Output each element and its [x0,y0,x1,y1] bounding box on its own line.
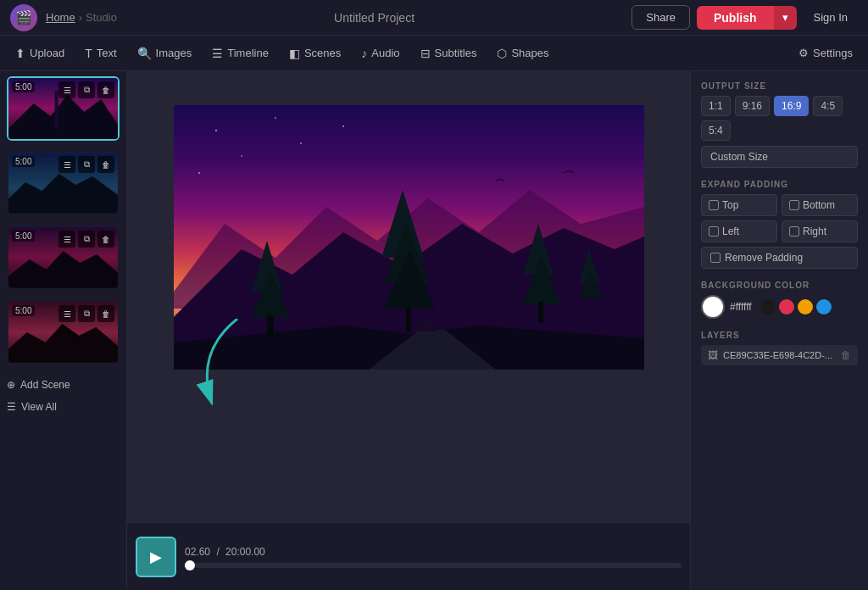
svg-rect-27 [420,321,437,331]
size-4-5[interactable]: 4:5 [813,96,843,116]
shapes-icon: ⬡ [497,47,507,60]
swatch-red[interactable] [779,299,794,314]
timeline-icon: ☰ [212,47,223,60]
size-16-9[interactable]: 16:9 [774,96,809,116]
timeline-bar[interactable] [185,563,682,568]
svg-point-32 [300,142,302,144]
canvas-area[interactable] [127,71,690,522]
color-preview[interactable] [701,295,725,319]
scene-menu-1[interactable]: ☰ [58,81,75,98]
padding-left-button[interactable]: Left [701,220,777,242]
scene-copy-4[interactable]: ⧉ [78,305,95,322]
scene-item-3[interactable]: 5:00 ☰ ⧉ 🗑 [7,225,120,290]
publish-dropdown-button[interactable]: ▾ [774,6,797,30]
scene-menu-2[interactable]: ☰ [58,156,75,173]
scenes-button[interactable]: ◧ Scenes [281,42,349,64]
signin-button[interactable]: Sign In [804,6,858,29]
padding-right-button[interactable]: Right [782,220,858,242]
upload-icon: ⬆ [15,47,25,60]
custom-size-button[interactable]: Custom Size [701,146,858,168]
size-9-16[interactable]: 9:16 [735,96,770,116]
svg-rect-21 [267,315,274,337]
svg-point-28 [215,130,217,131]
shapes-button[interactable]: ⬡ Shapes [488,42,557,64]
expand-padding-label: EXPAND PADDING [701,180,858,189]
scene-delete-4[interactable]: 🗑 [97,305,114,322]
settings-button[interactable]: ⚙ Settings [790,42,861,64]
size-5-4[interactable]: 5:4 [701,120,731,141]
padding-bottom-button[interactable]: Bottom [782,194,858,216]
timeline-button[interactable]: ☰ Timeline [203,42,277,64]
bg-color-section: BACKGROUND COLOR #ffffff [701,281,858,319]
color-section: #ffffff [701,295,858,319]
output-size-section: OUTPUT SIZE 1:1 9:16 16:9 4:5 5:4 Custom… [701,81,858,168]
timeline-handle[interactable] [185,560,195,571]
images-button[interactable]: 🔍 Images [129,42,201,64]
color-swatches [760,299,832,314]
canvas-preview [174,105,644,370]
padding-top-button[interactable]: Top [701,194,777,216]
swatch-black[interactable] [760,299,776,314]
scene-delete-2[interactable]: 🗑 [97,156,114,173]
scene-menu-4[interactable]: ☰ [58,305,75,322]
scene-copy-3[interactable]: ⧉ [78,231,95,248]
images-icon: 🔍 [137,47,152,60]
expand-padding-section: EXPAND PADDING Top Bottom Left [701,180,858,269]
swatch-blue[interactable] [816,299,832,314]
topbar: 🎬 Home › Studio Untitled Project Share P… [0,0,868,36]
svg-rect-2 [55,91,58,129]
canvas-wrapper [174,105,644,370]
size-buttons: 1:1 9:16 16:9 4:5 5:4 [701,96,858,141]
audio-icon: ♪ [361,47,367,60]
scene-controls-2: ☰ ⧉ 🗑 [58,156,114,173]
svg-point-29 [275,117,276,119]
timeline-time: 02.60 / 20:00.00 [185,546,682,558]
play-button[interactable]: ▶ [136,537,176,577]
view-all-button[interactable]: ☰ View All [7,398,120,415]
timeline-track: 02.60 / 20:00.00 [185,546,682,568]
scene-delete-3[interactable]: 🗑 [97,231,114,248]
size-1-1[interactable]: 1:1 [701,96,731,116]
scene-controls-1: ☰ ⧉ 🗑 [58,81,114,98]
upload-button[interactable]: ⬆ Upload [7,42,73,64]
layers-list: 🖼 CE89C33E-E698-4C2D-... 🗑 [701,345,858,365]
scene-item-1[interactable]: 5:00 ☰ ⧉ 🗑 [7,76,120,141]
breadcrumb-sep: › [79,11,82,24]
publish-group: Publish ▾ [697,6,797,30]
publish-button[interactable]: Publish [697,6,774,30]
remove-padding-button[interactable]: Remove Padding [701,247,858,269]
breadcrumb-home[interactable]: Home [46,11,75,24]
audio-button[interactable]: ♪ Audio [353,42,408,64]
share-button[interactable]: Share [632,5,690,30]
swatch-yellow[interactable] [798,299,813,314]
padding-row-top-bottom: Top Bottom [701,194,858,216]
scene-copy-2[interactable]: ⧉ [78,156,95,173]
svg-rect-18 [406,307,411,332]
padding-bottom-icon [789,200,799,210]
padding-left-icon [709,226,719,237]
padding-top-icon [709,200,719,210]
scene-item-4[interactable]: 5:00 ☰ ⧉ 🗑 [7,300,120,365]
scene-list: 5:00 ☰ ⧉ 🗑 5:00 ☰ ⧉ 🗑 [0,71,127,590]
add-scene-button[interactable]: ⊕ Add Scene [7,376,120,393]
svg-point-30 [342,125,344,127]
text-icon: T [85,47,92,60]
color-hex[interactable]: #ffffff [730,301,752,313]
svg-rect-24 [538,302,543,323]
scene-actions: ⊕ Add Scene ☰ View All [0,370,126,422]
center-area: ▶ 02.60 / 20:00.00 [127,71,690,590]
scene-duration-2: 5:00 [12,156,35,167]
main-area: 5:00 ☰ ⧉ 🗑 5:00 ☰ ⧉ 🗑 [0,71,868,590]
timeline-area: ▶ 02.60 / 20:00.00 [127,522,690,590]
text-button[interactable]: T Text [76,42,125,64]
scene-delete-1[interactable]: 🗑 [97,81,114,98]
layer-delete-button[interactable]: 🗑 [841,349,851,361]
subtitles-button[interactable]: ⊟ Subtitles [412,42,486,64]
scene-menu-3[interactable]: ☰ [58,231,75,248]
project-title[interactable]: Untitled Project [125,11,623,25]
scene-copy-1[interactable]: ⧉ [78,81,95,98]
scene-duration-3: 5:00 [12,231,35,242]
scene-controls-4: ☰ ⧉ 🗑 [58,305,114,322]
layer-item[interactable]: 🖼 CE89C33E-E698-4C2D-... 🗑 [701,345,858,365]
scene-item-2[interactable]: 5:00 ☰ ⧉ 🗑 [7,151,120,215]
